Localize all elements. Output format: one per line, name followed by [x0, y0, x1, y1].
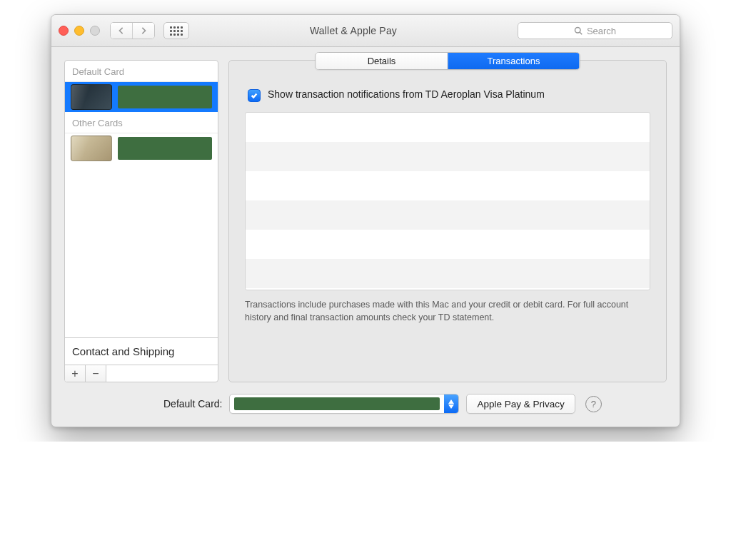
chevron-up-icon — [448, 399, 454, 404]
transaction-row — [246, 230, 650, 259]
dropdown-value — [230, 394, 444, 413]
contact-shipping-button[interactable]: Contact and Shipping — [65, 337, 218, 365]
svg-marker-2 — [448, 399, 454, 404]
titlebar: Wallet & Apple Pay Search — [51, 15, 680, 47]
card-row-default[interactable] — [65, 82, 218, 112]
notifications-checkbox-label: Show transaction notifications from TD A… — [268, 88, 545, 101]
columns: Default Card Other Cards Contact and Shi… — [64, 60, 667, 382]
svg-point-0 — [575, 28, 580, 34]
notifications-checkbox-row: Show transaction notifications from TD A… — [248, 88, 647, 102]
card-name-redacted — [118, 86, 212, 108]
card-name-redacted — [118, 137, 212, 160]
footer-row: Default Card: Apple Pay & Privacy ? — [64, 394, 667, 417]
other-cards-header: Other Cards — [65, 112, 218, 133]
remove-card-button[interactable]: − — [86, 365, 106, 382]
zoom-window-button[interactable] — [90, 26, 100, 36]
add-remove-bar: + − — [65, 365, 218, 382]
tab-details[interactable]: Details — [316, 53, 448, 69]
cards-sidebar: Default Card Other Cards Contact and Shi… — [64, 60, 218, 382]
detail-pane: Details Transactions Show transaction no… — [228, 60, 667, 382]
window-body: Default Card Other Cards Contact and Shi… — [51, 47, 680, 427]
window-title: Wallet & Apple Pay — [193, 25, 513, 36]
transaction-row — [246, 113, 650, 142]
minimize-window-button[interactable] — [74, 26, 84, 36]
svg-line-1 — [580, 32, 582, 34]
forward-button[interactable] — [132, 23, 154, 39]
search-placeholder: Search — [587, 26, 616, 36]
nav-back-forward — [110, 22, 155, 39]
notifications-checkbox[interactable] — [248, 89, 261, 102]
search-icon — [574, 26, 583, 35]
back-button[interactable] — [111, 23, 132, 39]
apple-pay-privacy-button[interactable]: Apple Pay & Privacy — [466, 394, 575, 414]
transaction-row — [246, 142, 650, 171]
transactions-panel: Details Transactions Show transaction no… — [228, 60, 667, 382]
chevron-left-icon — [118, 27, 125, 34]
chevron-right-icon — [140, 27, 147, 34]
card-thumbnail — [71, 136, 112, 161]
transactions-list[interactable] — [245, 112, 650, 290]
preferences-window: Wallet & Apple Pay Search Default Card O… — [51, 14, 680, 427]
card-thumbnail — [71, 84, 112, 110]
default-card-label: Default Card: — [163, 398, 222, 409]
sidebar-spacer — [65, 163, 218, 337]
close-window-button[interactable] — [59, 26, 69, 36]
grid-icon — [170, 26, 183, 36]
transactions-footer-note: Transactions include purchases made with… — [245, 299, 650, 324]
checkmark-icon — [251, 92, 258, 99]
search-field[interactable]: Search — [518, 22, 672, 39]
dropdown-arrows — [444, 394, 458, 413]
tab-bar: Details Transactions — [316, 52, 580, 70]
window-controls — [59, 26, 100, 36]
help-button[interactable]: ? — [585, 396, 602, 412]
default-card-dropdown[interactable] — [229, 394, 459, 414]
transaction-row — [246, 200, 650, 230]
chevron-down-icon — [448, 404, 454, 409]
card-row-other[interactable] — [65, 133, 218, 163]
add-card-button[interactable]: + — [65, 365, 86, 382]
show-all-button[interactable] — [163, 22, 189, 39]
transaction-row — [246, 171, 650, 200]
transaction-row — [246, 259, 650, 288]
default-card-header: Default Card — [65, 61, 218, 82]
svg-marker-3 — [448, 404, 454, 409]
tab-transactions[interactable]: Transactions — [448, 53, 580, 69]
dropdown-value-redacted — [234, 397, 440, 410]
